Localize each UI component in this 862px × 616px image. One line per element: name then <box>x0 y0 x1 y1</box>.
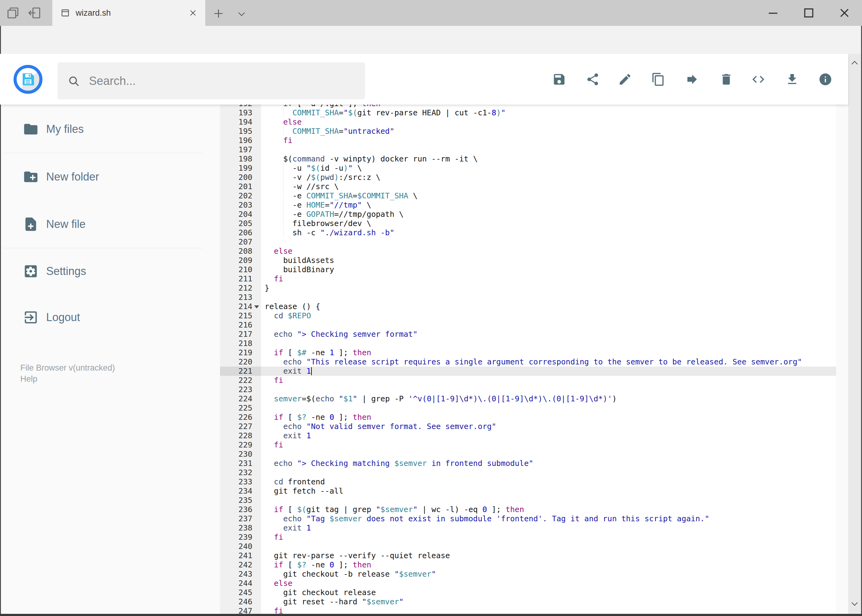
code-token: " <box>344 108 348 117</box>
code-line[interactable]: if [ $(git tag | grep "$semver" | wc -l)… <box>261 505 836 514</box>
code-line[interactable]: echo "This release script requires a sin… <box>261 357 836 366</box>
code-line[interactable]: git checkout -b release "$semver" <box>261 570 836 579</box>
code-line[interactable]: -e HOME="//tmp" \ <box>261 201 836 210</box>
scroll-down-icon[interactable] <box>850 599 860 609</box>
code-line[interactable]: fi <box>261 440 836 449</box>
search-input[interactable] <box>88 63 354 99</box>
code-line[interactable] <box>261 404 836 413</box>
tab-close-icon[interactable] <box>188 8 198 18</box>
code-line[interactable]: else <box>261 579 836 588</box>
code-line[interactable]: fi <box>261 607 836 614</box>
code-line[interactable]: if [ -d /.git ]; then <box>261 105 836 108</box>
code-line[interactable]: fi <box>261 533 836 542</box>
code-line[interactable]: $(command -v winpty) docker run --rm -it… <box>261 154 836 163</box>
window-minimize-button[interactable] <box>766 6 780 20</box>
code-line[interactable]: fi <box>261 274 836 284</box>
download-button[interactable] <box>785 72 799 86</box>
code-editor[interactable]: 1921931941951961971981992002012022032042… <box>220 105 836 614</box>
code-line[interactable]: cd frontend <box>261 477 836 487</box>
share-button[interactable] <box>586 72 600 86</box>
code-line[interactable]: git reset --hard "$semver" <box>261 597 836 607</box>
code-line[interactable]: git rev-parse --verify --quiet release <box>261 551 836 560</box>
code-line[interactable]: exit 1 <box>261 523 836 533</box>
edit-button[interactable] <box>618 72 632 86</box>
code-line[interactable]: echo "Tag $semver does not exist in subm… <box>261 514 836 523</box>
set-aside-tabs-icon[interactable] <box>27 6 42 20</box>
code-token: git reset --hard <box>265 597 362 606</box>
code-line[interactable] <box>261 339 836 348</box>
code-line[interactable] <box>261 321 836 330</box>
code-line[interactable]: if [ $# -ne 1 ]; then <box>261 348 836 357</box>
code-line[interactable]: cd $REPO <box>261 311 836 321</box>
tab-list-chevron-icon[interactable] <box>236 9 247 19</box>
page-scrollbar[interactable] <box>848 54 861 614</box>
help-link[interactable]: Help <box>20 373 38 384</box>
code-line[interactable]: exit 1 <box>261 366 836 376</box>
code-line[interactable]: COMMIT_SHA="$(git rev-parse HEAD | cut -… <box>261 108 836 118</box>
code-line[interactable]: buildBinary <box>261 265 836 274</box>
code-line[interactable]: echo "> Checking matching $semver in fro… <box>261 459 836 468</box>
code-line[interactable] <box>261 145 836 154</box>
code-line[interactable]: -w //src \ <box>261 182 836 191</box>
code-line[interactable] <box>261 468 836 477</box>
move-button[interactable] <box>685 72 699 86</box>
code-line[interactable]: else <box>261 118 836 127</box>
code-line[interactable]: git checkout release <box>261 588 836 597</box>
code-line[interactable]: -u "$(id -u)" \ <box>261 163 836 173</box>
filebrowser-logo[interactable] <box>14 65 43 94</box>
code-line[interactable]: else <box>261 247 836 256</box>
code-token: ) <box>334 173 339 182</box>
browser-tab[interactable]: wizard.sh <box>52 0 205 26</box>
tab-preview-icon[interactable] <box>6 6 20 20</box>
info-button[interactable] <box>818 72 832 86</box>
sidebar-item-new-folder[interactable]: New folder <box>0 167 216 187</box>
window-close-button[interactable] <box>837 6 852 20</box>
sidebar-item-settings[interactable]: Settings <box>0 261 216 281</box>
code-line[interactable] <box>261 237 836 247</box>
copy-button[interactable] <box>651 72 665 86</box>
sidebar-item-my-files[interactable]: My files <box>0 119 216 139</box>
code-line[interactable]: git fetch --all <box>261 487 836 496</box>
raw-view-button[interactable] <box>751 72 765 86</box>
code-line[interactable] <box>261 293 836 302</box>
code-line[interactable]: fi <box>261 376 836 385</box>
search-bar[interactable] <box>58 63 365 99</box>
code-line[interactable]: -e GOPATH=//tmp/gopath \ <box>261 210 836 219</box>
fold-arrow-icon[interactable] <box>254 305 259 308</box>
save-button[interactable] <box>552 72 566 86</box>
line-number: 235 <box>220 496 261 505</box>
code-line[interactable]: semver=$(echo "$1" | grep -P '^v(0|[1-9]… <box>261 394 836 404</box>
page-icon <box>60 8 70 18</box>
code-token: then <box>362 105 380 108</box>
code-line[interactable] <box>261 496 836 505</box>
code-line[interactable]: sh -c "./wizard.sh -b" <box>261 228 836 237</box>
code-line[interactable]: exit 1 <box>261 431 836 440</box>
code-token: if <box>283 105 292 108</box>
code-line[interactable]: release () { <box>261 302 836 311</box>
code-line[interactable]: echo "Not valid semver format. See semve… <box>261 422 836 431</box>
code-line[interactable] <box>261 449 836 459</box>
code-line[interactable]: fi <box>261 136 836 145</box>
code-token: 1 <box>307 366 311 376</box>
code-line[interactable]: buildAssets <box>261 256 836 265</box>
window-maximize-button[interactable] <box>801 6 816 20</box>
delete-button[interactable] <box>719 72 733 86</box>
code-line[interactable]: filebrowser/dev \ <box>261 219 836 228</box>
code-line[interactable]: } <box>261 284 836 293</box>
sidebar-item-new-file[interactable]: New file <box>0 214 216 234</box>
code-line[interactable]: COMMIT_SHA="untracked" <box>261 127 836 136</box>
code-token <box>265 127 292 136</box>
new-tab-button[interactable] <box>212 7 225 20</box>
scroll-up-icon[interactable] <box>850 58 860 68</box>
code-line[interactable]: -e COMMIT_SHA=$COMMIT_SHA \ <box>261 191 836 201</box>
code-line[interactable] <box>261 542 836 551</box>
code-token <box>265 422 283 431</box>
code-line[interactable]: if [ $? -ne 0 ]; then <box>261 413 836 422</box>
code-line[interactable]: echo "> Checking semver format" <box>261 330 836 339</box>
text-cursor <box>311 367 312 375</box>
sidebar-item-logout[interactable]: Logout <box>0 308 216 327</box>
code-line[interactable] <box>261 385 836 394</box>
code-line[interactable]: -v /$(pwd):/src:z \ <box>261 173 836 182</box>
code-token <box>265 376 274 385</box>
code-line[interactable]: if [ $? -ne 0 ]; then <box>261 560 836 570</box>
